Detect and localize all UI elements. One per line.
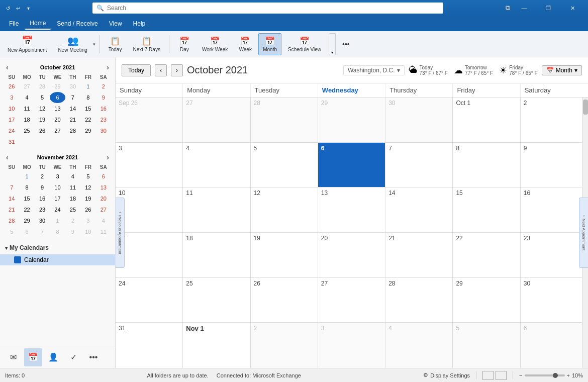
menu-send-receive[interactable]: Send / Receive [52, 18, 103, 29]
nov-cell[interactable]: 5 [4, 226, 19, 237]
cal-today-btn[interactable]: Today [122, 64, 151, 76]
nav-calendar-btn[interactable]: 📅 [24, 348, 42, 366]
nov-cal-prev[interactable]: ‹ [4, 153, 11, 161]
cell-oct11[interactable]: 11 [183, 187, 250, 233]
nav-mail-btn[interactable]: ✉ [4, 348, 22, 366]
menu-help[interactable]: Help [128, 18, 151, 29]
nov-cell[interactable]: 6 [19, 226, 34, 237]
cell-sep30[interactable]: 30 [385, 98, 453, 143]
zoom-slider[interactable] [525, 374, 565, 376]
cell-nov1[interactable]: Nov 1 [183, 323, 250, 368]
nov-cell[interactable]: 15 [19, 193, 34, 204]
oct-cell[interactable] [80, 136, 95, 147]
oct-cell[interactable]: 27 [50, 125, 65, 136]
oct-cal-prev[interactable]: ‹ [4, 63, 11, 71]
new-meeting-dropdown-arrow[interactable]: ▾ [93, 42, 95, 47]
nov-cell[interactable]: 17 [50, 193, 65, 204]
cell-oct20[interactable]: 20 [318, 233, 385, 278]
search-input[interactable] [107, 5, 439, 12]
cell-sep28[interactable]: 28 [251, 98, 318, 143]
nov-cell[interactable]: 13 [96, 182, 111, 193]
menu-view[interactable]: View [104, 18, 127, 29]
zoom-slider-thumb[interactable] [553, 373, 558, 378]
cell-oct1[interactable]: Oct 1 [453, 98, 520, 143]
cell-nov4[interactable]: 4 [385, 323, 453, 368]
oct-cell[interactable]: 31 [4, 136, 19, 147]
nov-cell[interactable]: 21 [4, 204, 19, 215]
week-btn[interactable]: 📅 Week [234, 33, 256, 55]
my-calendars-header[interactable]: ▾ My Calendars [0, 241, 115, 254]
cell-nov3[interactable]: 3 [318, 323, 385, 368]
menu-home[interactable]: Home [25, 18, 51, 30]
nav-people-btn[interactable]: 👤 [44, 348, 62, 366]
nov-cell[interactable]: 18 [65, 193, 80, 204]
oct-cell[interactable]: 8 [80, 92, 95, 103]
close-btn[interactable]: ✕ [561, 0, 584, 16]
cell-oct3[interactable]: 3 [116, 143, 183, 188]
nov-cell[interactable]: 9 [35, 182, 50, 193]
cell-oct28[interactable]: 28 [385, 278, 453, 323]
nov-cell[interactable]: 16 [35, 193, 50, 204]
nov-cal-next[interactable]: › [105, 153, 111, 161]
oct-cell[interactable]: 12 [35, 103, 50, 114]
cell-oct6-today[interactable]: 6 [318, 143, 385, 188]
nov-cell[interactable]: 1 [50, 215, 65, 226]
oct-cal-next[interactable]: › [105, 63, 111, 71]
undo-btn[interactable]: ↩ [14, 4, 22, 12]
nov-cell[interactable]: 3 [50, 171, 65, 182]
cal-prev-btn[interactable]: ‹ [155, 64, 167, 76]
oct-cell[interactable]: 21 [65, 114, 80, 125]
cell-sep26[interactable]: Sep 26 [116, 98, 183, 143]
nov-cell[interactable]: 29 [19, 215, 34, 226]
cell-sep29[interactable]: 29 [318, 98, 385, 143]
oct-cell[interactable]: 20 [50, 114, 65, 125]
cell-sep27[interactable]: 27 [183, 98, 250, 143]
oct-cell[interactable]: 29 [80, 125, 95, 136]
nov-cell[interactable]: 14 [4, 193, 19, 204]
cell-oct4[interactable]: 4 [183, 143, 250, 188]
nov-cell[interactable]: 4 [96, 215, 111, 226]
zoom-in-btn[interactable]: + [567, 372, 570, 378]
cell-oct31[interactable]: 31 [116, 323, 183, 368]
oct-cell[interactable]: 28 [65, 125, 80, 136]
next7days-btn[interactable]: 📋 Next 7 Days [128, 33, 164, 55]
nov-cell[interactable]: 23 [35, 204, 50, 215]
cell-oct30[interactable]: 30 [521, 278, 588, 323]
oct-cell[interactable]: 25 [19, 125, 34, 136]
month-btn[interactable]: 📅 Month [258, 33, 281, 55]
oct-cell[interactable]: 27 [19, 81, 34, 92]
view-reading-btn[interactable] [496, 371, 507, 380]
oct-cell[interactable] [35, 136, 50, 147]
cell-oct7[interactable]: 7 [385, 143, 453, 188]
cell-oct8[interactable]: 8 [453, 143, 520, 188]
oct-cell[interactable] [50, 136, 65, 147]
ribbon-expand-btn[interactable]: ▾ [329, 33, 336, 55]
cell-oct17[interactable]: 17 [116, 233, 183, 278]
nov-cell[interactable]: 12 [80, 182, 95, 193]
today-btn[interactable]: 📋 Today [104, 33, 127, 55]
nav-tasks-btn[interactable]: ✓ [64, 348, 82, 366]
cell-oct19[interactable]: 19 [251, 233, 318, 278]
oct-cell[interactable]: 3 [4, 92, 19, 103]
nov-cell[interactable]: 25 [65, 204, 80, 215]
nov-cell[interactable]: 5 [80, 171, 95, 182]
cell-oct16[interactable]: 16 [521, 187, 588, 233]
oct-cell[interactable]: 9 [96, 92, 111, 103]
nov-cell[interactable]: 20 [96, 193, 111, 204]
oct-cell[interactable] [65, 136, 80, 147]
restore-window-btn[interactable]: ⧉ [504, 4, 512, 12]
oct-cell[interactable]: 1 [80, 81, 95, 92]
dropdown-btn[interactable]: ▾ [24, 4, 32, 12]
cell-oct14[interactable]: 14 [385, 187, 453, 233]
nov-cell[interactable]: 7 [4, 182, 19, 193]
workweek-btn[interactable]: 📅 Work Week [198, 33, 232, 55]
oct-cell[interactable]: 26 [4, 81, 19, 92]
nov-cell[interactable]: 6 [96, 171, 111, 182]
nov-cell[interactable]: 19 [80, 193, 95, 204]
scrollbar-thumb[interactable] [583, 100, 588, 115]
cell-oct10[interactable]: 10 [116, 187, 183, 233]
oct-cell[interactable]: 30 [65, 81, 80, 92]
nov-cell[interactable]: 8 [50, 226, 65, 237]
oct-cell[interactable]: 5 [35, 92, 50, 103]
calendar-item-default[interactable]: Calendar [0, 254, 115, 265]
